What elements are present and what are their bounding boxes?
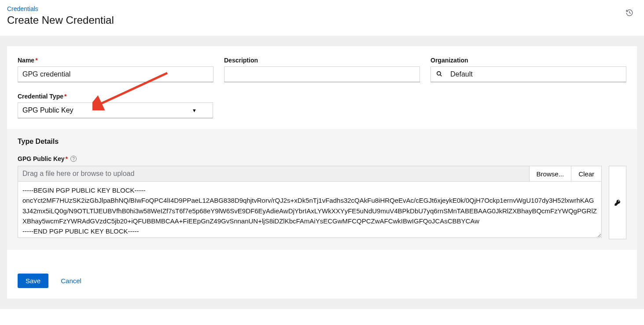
history-icon[interactable] xyxy=(622,5,637,22)
svg-line-1 xyxy=(440,74,442,76)
file-upload-bar: Drag a file here or browse to upload Bro… xyxy=(18,166,602,182)
encrypt-key-button[interactable] xyxy=(609,166,626,239)
organization-field-group: Organization xyxy=(431,57,626,82)
clear-button[interactable]: Clear xyxy=(571,166,601,181)
credential-type-value: GPG Public Key xyxy=(22,106,74,114)
chevron-down-icon: ▼ xyxy=(192,108,197,113)
save-button[interactable]: Save xyxy=(18,274,48,288)
credential-type-group: Credential Type* GPG Public Key ▼ xyxy=(18,93,213,118)
credential-type-select[interactable]: GPG Public Key ▼ xyxy=(18,102,213,118)
gpg-key-textarea[interactable] xyxy=(18,182,602,238)
name-input[interactable] xyxy=(18,66,213,82)
name-field-group: Name* xyxy=(18,57,213,82)
type-details-section: Type Details GPG Public Key* ? Drag a fi… xyxy=(7,129,637,250)
cancel-button[interactable]: Cancel xyxy=(61,277,81,285)
organization-lookup[interactable] xyxy=(431,66,626,82)
search-icon[interactable] xyxy=(431,71,448,78)
required-indicator: * xyxy=(66,155,68,162)
breadcrumb-credentials[interactable]: Credentials xyxy=(7,5,38,12)
type-details-heading: Type Details xyxy=(18,138,626,146)
svg-point-0 xyxy=(437,71,441,75)
form-actions: Save Cancel xyxy=(7,250,637,299)
file-drop-zone[interactable]: Drag a file here or browse to upload xyxy=(18,166,529,181)
gpg-key-label: GPG Public Key* xyxy=(18,155,68,162)
credential-type-label: Credential Type* xyxy=(18,93,213,100)
description-label: Description xyxy=(224,57,420,64)
key-icon xyxy=(614,199,621,206)
description-field-group: Description xyxy=(224,57,420,82)
organization-label: Organization xyxy=(431,57,626,64)
required-indicator: * xyxy=(64,93,66,100)
name-label: Name* xyxy=(18,57,213,64)
page-title: Create New Credential xyxy=(7,14,114,26)
organization-input[interactable] xyxy=(448,67,626,82)
required-indicator: * xyxy=(35,57,37,64)
help-icon[interactable]: ? xyxy=(70,156,77,162)
description-input[interactable] xyxy=(224,66,420,82)
browse-button[interactable]: Browse... xyxy=(529,166,571,181)
